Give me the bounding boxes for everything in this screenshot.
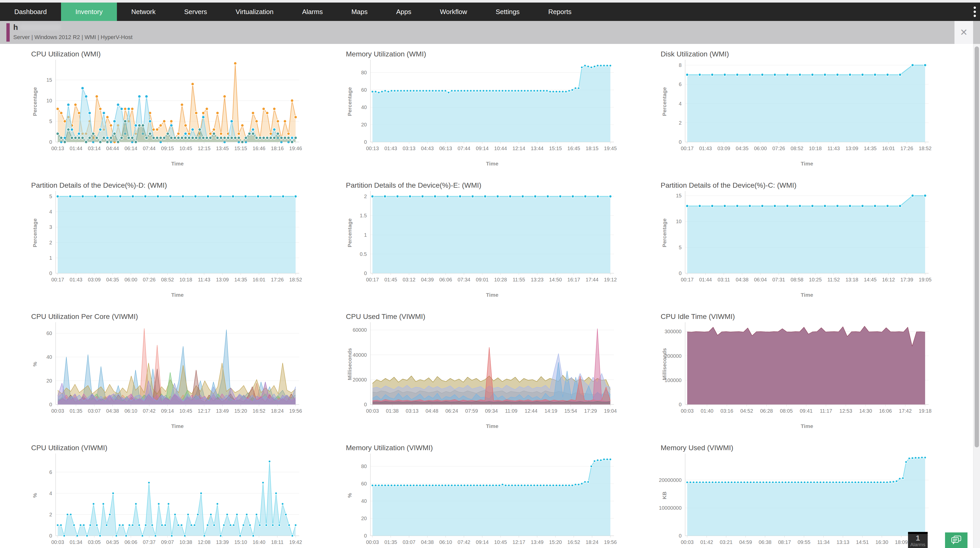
svg-text:13:18: 13:18: [845, 277, 858, 282]
nav-item-workflow[interactable]: Workflow: [426, 3, 481, 21]
svg-text:Percentage: Percentage: [662, 87, 667, 116]
nav-item-apps[interactable]: Apps: [382, 3, 426, 21]
svg-text:00:03: 00:03: [366, 539, 379, 545]
svg-text:40000: 40000: [353, 352, 367, 358]
svg-text:10:45: 10:45: [494, 539, 507, 545]
chart-plot[interactable]: 020406000:0301:3503:0704:3806:1007:4209:…: [28, 320, 343, 440]
svg-text:1: 1: [49, 255, 52, 261]
svg-text:Time: Time: [801, 423, 813, 429]
svg-text:17:42: 17:42: [899, 408, 912, 414]
svg-text:18:52: 18:52: [289, 277, 302, 282]
svg-text:09:01: 09:01: [476, 277, 488, 282]
device-meta: Server | Windows 2012 R2 | WMI | HyperV-…: [13, 34, 132, 41]
svg-text:00:03: 00:03: [366, 408, 379, 414]
nav-item-inventory[interactable]: Inventory: [61, 3, 117, 21]
nav-item-network[interactable]: Network: [117, 3, 170, 21]
svg-text:0: 0: [49, 402, 52, 407]
svg-text:15:15: 15:15: [234, 145, 247, 151]
svg-text:19:05: 19:05: [919, 277, 932, 282]
svg-text:01:44: 01:44: [699, 277, 712, 282]
chart-plot[interactable]: 024600:0301:3403:0504:3506:0607:3709:071…: [28, 451, 343, 548]
chart-title: Disk Utilization (WMI): [658, 46, 972, 58]
svg-text:0: 0: [364, 139, 367, 145]
svg-text:18:24: 18:24: [271, 408, 283, 414]
svg-text:0: 0: [364, 271, 367, 276]
svg-text:04:59: 04:59: [739, 539, 752, 545]
chart-plot[interactable]: 02040608000:0301:3503:0704:3806:1007:420…: [343, 451, 658, 548]
nav-item-alarms[interactable]: Alarms: [288, 3, 337, 21]
svg-text:09:14: 09:14: [476, 539, 488, 545]
svg-text:06:10: 06:10: [124, 408, 137, 414]
svg-text:13:09: 13:09: [216, 277, 229, 282]
svg-text:08:52: 08:52: [791, 145, 803, 151]
chart-memory-utilization-wmi: Memory Utilization (WMI) 02040608000:130…: [343, 46, 658, 178]
svg-text:00:17: 00:17: [366, 277, 379, 282]
close-button[interactable]: ✕: [955, 21, 973, 44]
svg-text:13:49: 13:49: [216, 408, 229, 414]
chart-title: CPU Utilization (WMI): [28, 46, 343, 58]
svg-text:10:38: 10:38: [180, 539, 192, 545]
svg-text:11:43: 11:43: [198, 277, 210, 282]
chart-plot[interactable]: 05101500:1301:4403:1404:4406:1407:4409:1…: [28, 58, 343, 178]
scrollbar[interactable]: [973, 44, 980, 548]
nav-item-settings[interactable]: Settings: [482, 3, 534, 21]
svg-text:07:26: 07:26: [772, 145, 785, 151]
svg-text:06:06: 06:06: [124, 539, 137, 545]
svg-text:10:45: 10:45: [180, 145, 192, 151]
svg-text:Percentage: Percentage: [32, 218, 38, 247]
chart-plot[interactable]: 02040608000:1301:4303:1304:4306:1307:440…: [343, 58, 658, 178]
alarms-badge[interactable]: 1 Alarms: [908, 532, 928, 548]
svg-text:00:17: 00:17: [51, 277, 64, 282]
chat-button[interactable]: [945, 532, 967, 548]
svg-text:18:52: 18:52: [919, 145, 932, 151]
device-header-bar: h Server | Windows 2012 R2 | WMI | Hyper…: [0, 21, 980, 44]
svg-text:03:07: 03:07: [402, 539, 415, 545]
svg-text:15:20: 15:20: [234, 408, 247, 414]
svg-text:16:52: 16:52: [568, 539, 580, 545]
close-icon: ✕: [960, 27, 967, 38]
svg-text:5: 5: [49, 194, 52, 199]
svg-text:Percentage: Percentage: [347, 218, 353, 247]
svg-text:00:03: 00:03: [51, 408, 64, 414]
svg-text:04:48: 04:48: [426, 408, 438, 414]
svg-text:09:14: 09:14: [476, 145, 488, 151]
kebab-menu-icon[interactable]: [974, 6, 976, 17]
chart-plot[interactable]: 010000020000030000000:0301:4003:1604:520…: [658, 320, 972, 440]
svg-text:07:42: 07:42: [143, 408, 156, 414]
svg-text:0.5: 0.5: [360, 251, 367, 257]
svg-text:16:06: 16:06: [879, 408, 892, 414]
svg-text:20: 20: [361, 122, 367, 127]
nav-item-servers[interactable]: Servers: [170, 3, 221, 21]
svg-text:Percentage: Percentage: [347, 87, 353, 116]
chart-title: Memory Used (VIWMI): [658, 440, 972, 451]
svg-text:06:38: 06:38: [759, 539, 772, 545]
alarm-label: Alarms: [908, 542, 928, 547]
svg-text:Time: Time: [486, 423, 498, 429]
svg-text:01:44: 01:44: [70, 145, 83, 151]
nav-item-reports[interactable]: Reports: [534, 3, 586, 21]
nav-item-maps[interactable]: Maps: [337, 3, 382, 21]
title-redaction: [20, 24, 61, 30]
chart-plot[interactable]: 0246800:1701:4303:0904:3506:0007:2608:52…: [658, 58, 972, 178]
chart-plot[interactable]: 05101500:1701:4403:1104:3806:0407:3108:5…: [658, 189, 972, 309]
chart-plot[interactable]: 00.511.5200:1701:4503:1204:3906:0607:340…: [343, 189, 658, 309]
nav-item-dashboard[interactable]: Dashboard: [0, 3, 61, 21]
svg-text:13:13: 13:13: [837, 539, 849, 545]
svg-text:1: 1: [364, 232, 367, 238]
svg-text:03:09: 03:09: [88, 277, 100, 282]
svg-text:06:13: 06:13: [439, 145, 452, 151]
svg-text:19:56: 19:56: [604, 539, 617, 545]
svg-text:Milliseconds: Milliseconds: [347, 348, 353, 380]
chart-plot[interactable]: 01234500:1701:4303:0904:3506:0007:2608:5…: [28, 189, 343, 309]
svg-text:01:35: 01:35: [70, 408, 83, 414]
svg-text:Time: Time: [801, 161, 813, 167]
svg-text:16:12: 16:12: [882, 277, 895, 282]
scrollbar-thumb[interactable]: [975, 46, 979, 448]
svg-text:Milliseconds: Milliseconds: [662, 348, 667, 380]
svg-text:03:11: 03:11: [718, 277, 730, 282]
chart-disk-utilization-wmi: Disk Utilization (WMI) 0246800:1701:4303…: [658, 46, 972, 178]
svg-text:16:40: 16:40: [253, 539, 266, 545]
chart-plot[interactable]: 020000400006000000:0301:3803:1304:4806:2…: [343, 320, 658, 440]
nav-item-virtualization[interactable]: Virtualization: [221, 3, 288, 21]
chart-cpu-utilization-wmi: CPU Utilization (WMI) 05101500:1301:4403…: [28, 46, 343, 178]
